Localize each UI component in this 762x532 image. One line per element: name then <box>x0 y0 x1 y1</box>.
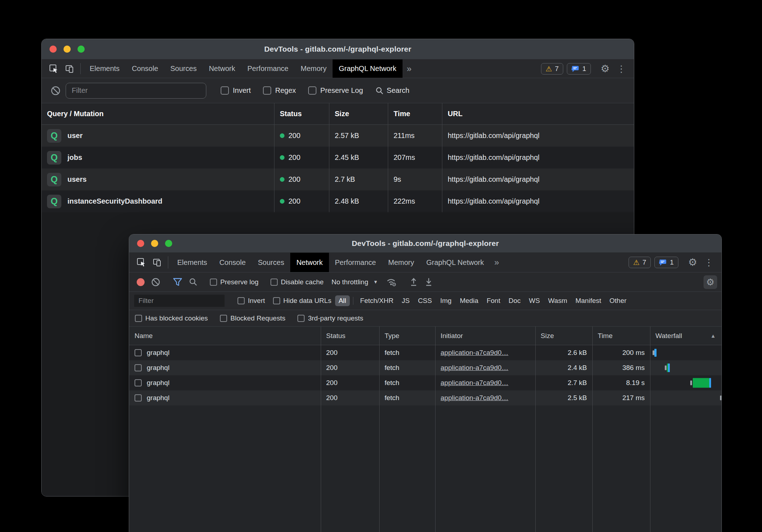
device-toolbar-icon[interactable] <box>62 60 77 78</box>
row-checkbox[interactable] <box>135 349 142 356</box>
request-row[interactable]: graphql 200 fetch application-a7ca9d0… 2… <box>129 345 721 360</box>
column-header-initiator[interactable]: Initiator <box>435 327 535 345</box>
type-filter-other[interactable]: Other <box>606 295 630 306</box>
close-window-button[interactable] <box>137 240 144 247</box>
preserve-log-checkbox[interactable]: Preserve Log <box>308 86 363 95</box>
inspect-element-icon[interactable] <box>133 253 149 272</box>
inspect-element-icon[interactable] <box>46 60 62 78</box>
more-tabs-icon[interactable]: » <box>490 253 503 272</box>
checkbox[interactable] <box>263 86 271 95</box>
row-checkbox[interactable] <box>135 394 142 402</box>
network-settings-button[interactable]: ⚙ <box>704 275 717 289</box>
tab-performance[interactable]: Performance <box>241 60 295 78</box>
issues-badge[interactable]: 1 <box>654 257 678 268</box>
title-bar[interactable]: DevTools - gitlab.com/-/graphql-explorer <box>129 234 721 253</box>
record-network-log-button[interactable] <box>137 278 145 286</box>
device-toolbar-icon[interactable] <box>149 253 165 272</box>
table-row[interactable]: Qusers 200 2.7 kB 9s https://gitlab.com/… <box>42 168 634 190</box>
zoom-window-button[interactable] <box>77 46 85 53</box>
tab-network[interactable]: Network <box>203 60 241 78</box>
import-har-icon[interactable] <box>406 277 421 287</box>
title-bar[interactable]: DevTools - gitlab.com/-/graphql-explorer <box>42 39 634 60</box>
disable-cache-checkbox[interactable]: Disable cache <box>268 278 326 286</box>
type-filter-wasm[interactable]: Wasm <box>545 295 571 306</box>
export-har-icon[interactable] <box>421 277 436 287</box>
table-row[interactable]: Quser 200 2.57 kB 211ms https://gitlab.c… <box>42 125 634 147</box>
settings-gear-icon[interactable]: ⚙ <box>685 257 701 267</box>
third-party-requests-checkbox[interactable]: 3rd-party requests <box>297 314 363 322</box>
column-header-status[interactable]: Status <box>321 327 379 345</box>
type-filter-ws[interactable]: WS <box>525 295 544 306</box>
checkbox[interactable] <box>273 297 280 304</box>
column-header-status[interactable]: Status <box>274 103 329 124</box>
request-row[interactable]: graphql 200 fetch application-a7ca9d0… 2… <box>129 375 721 390</box>
column-header-time[interactable]: Time <box>592 327 650 345</box>
tab-sources[interactable]: Sources <box>252 253 290 272</box>
request-row[interactable]: graphql 200 fetch application-a7ca9d0… 2… <box>129 390 721 405</box>
tab-performance[interactable]: Performance <box>329 253 382 272</box>
filter-input[interactable] <box>66 83 206 99</box>
column-header-name[interactable]: Name <box>129 327 321 345</box>
column-header-type[interactable]: Type <box>379 327 435 345</box>
column-header-waterfall[interactable]: Waterfall ▲ <box>650 327 721 345</box>
initiator-link[interactable]: application-a7ca9d0… <box>441 364 508 372</box>
tab-memory[interactable]: Memory <box>382 253 420 272</box>
initiator-link[interactable]: application-a7ca9d0… <box>441 349 508 357</box>
type-filter-manifest[interactable]: Manifest <box>572 295 605 306</box>
column-header-size[interactable]: Size <box>329 103 388 124</box>
column-header-time[interactable]: Time <box>388 103 442 124</box>
request-row[interactable]: graphql 200 fetch application-a7ca9d0… 2… <box>129 360 721 375</box>
type-filter-img[interactable]: Img <box>437 295 455 306</box>
regex-checkbox[interactable]: Regex <box>263 86 296 95</box>
initiator-link[interactable]: application-a7ca9d0… <box>441 394 508 402</box>
search-toggle[interactable]: Search <box>375 86 409 95</box>
checkbox[interactable] <box>308 86 316 95</box>
tab-elements[interactable]: Elements <box>171 253 213 272</box>
type-filter-css[interactable]: CSS <box>414 295 436 306</box>
close-window-button[interactable] <box>50 46 57 53</box>
tab-network[interactable]: Network <box>290 253 329 272</box>
table-row[interactable]: QinstanceSecurityDashboard 200 2.48 kB 2… <box>42 190 634 212</box>
invert-checkbox[interactable]: Invert <box>221 86 251 95</box>
more-tabs-icon[interactable]: » <box>403 60 416 78</box>
checkbox[interactable] <box>271 279 278 286</box>
row-checkbox[interactable] <box>135 379 142 386</box>
type-filter-doc[interactable]: Doc <box>505 295 524 306</box>
type-filter-media[interactable]: Media <box>456 295 482 306</box>
blocked-requests-checkbox[interactable]: Blocked Requests <box>220 314 285 322</box>
tab-elements[interactable]: Elements <box>84 60 126 78</box>
minimize-window-button[interactable] <box>64 46 71 53</box>
column-header-query-mutation[interactable]: Query / Mutation <box>42 103 274 124</box>
search-icon[interactable] <box>185 277 201 286</box>
minimize-window-button[interactable] <box>151 240 158 247</box>
tab-graphql-network[interactable]: GraphQL Network <box>420 253 490 272</box>
filter-funnel-icon[interactable] <box>170 278 185 286</box>
preserve-log-checkbox[interactable]: Preserve log <box>207 278 262 286</box>
kebab-menu-icon[interactable]: ⋮ <box>701 258 717 267</box>
throttling-select[interactable]: No throttling ▼ <box>326 278 383 286</box>
tab-sources[interactable]: Sources <box>164 60 203 78</box>
kebab-menu-icon[interactable]: ⋮ <box>613 64 630 73</box>
zoom-window-button[interactable] <box>165 240 172 247</box>
checkbox[interactable] <box>237 297 245 304</box>
type-filter-font[interactable]: Font <box>483 295 504 306</box>
tab-memory[interactable]: Memory <box>295 60 333 78</box>
checkbox[interactable] <box>220 315 227 322</box>
type-filter-fetch-xhr[interactable]: Fetch/XHR <box>357 295 397 306</box>
checkbox[interactable] <box>297 315 305 322</box>
warnings-badge[interactable]: ⚠ 7 <box>541 63 564 75</box>
clear-network-log-icon[interactable] <box>148 277 164 287</box>
issues-badge[interactable]: 1 <box>567 63 591 75</box>
tab-console[interactable]: Console <box>126 60 164 78</box>
type-filter-js[interactable]: JS <box>398 295 413 306</box>
column-header-url[interactable]: URL <box>442 103 634 124</box>
has-blocked-cookies-checkbox[interactable]: Has blocked cookies <box>135 314 208 322</box>
row-checkbox[interactable] <box>135 364 142 371</box>
column-header-size[interactable]: Size <box>535 327 592 345</box>
checkbox[interactable] <box>221 86 229 95</box>
tab-graphql-network[interactable]: GraphQL Network <box>333 60 402 78</box>
warnings-badge[interactable]: ⚠ 7 <box>629 257 651 268</box>
clear-icon[interactable] <box>47 86 66 96</box>
initiator-link[interactable]: application-a7ca9d0… <box>441 379 508 387</box>
checkbox[interactable] <box>210 279 217 286</box>
